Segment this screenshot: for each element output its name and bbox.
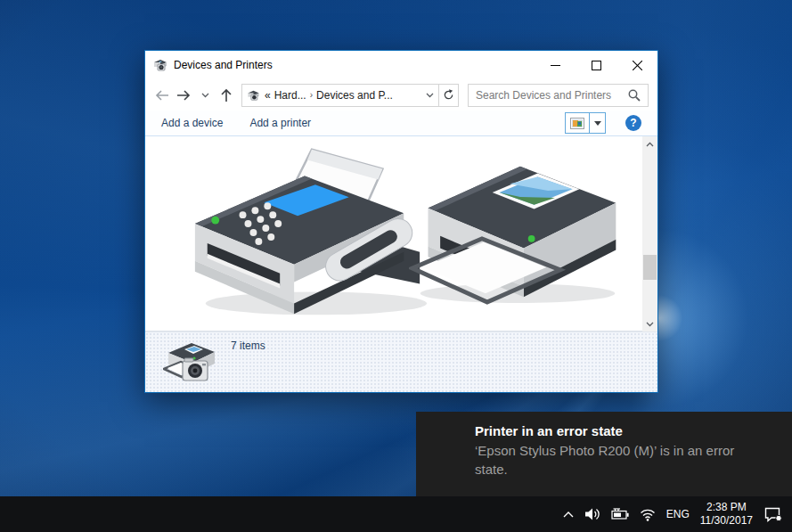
vertical-scrollbar[interactable] <box>642 136 657 331</box>
action-center-button[interactable] <box>763 505 783 523</box>
minimize-button[interactable] <box>535 51 576 79</box>
scrollbar-thumb[interactable] <box>643 255 657 280</box>
breadcrumb-separator-icon: › <box>310 90 313 100</box>
printer-icon <box>409 154 626 307</box>
language-indicator[interactable]: ENG <box>666 508 690 520</box>
device-item-printer[interactable] <box>409 154 626 307</box>
status-bar: 7 items <box>145 331 657 392</box>
breadcrumb: « Hard... › Devices and P... <box>265 89 393 102</box>
up-arrow-icon <box>220 88 233 102</box>
clock[interactable]: 2:38 PM 11/30/2017 <box>700 501 753 528</box>
back-icon <box>155 89 169 102</box>
action-center-icon <box>763 505 783 523</box>
add-a-device-button[interactable]: Add a device <box>161 117 223 129</box>
address-bar[interactable]: « Hard... › Devices and P... <box>241 84 459 107</box>
close-icon <box>633 61 642 70</box>
view-thumbnail-icon <box>570 118 584 129</box>
notification-toast[interactable]: Printer in an error state ‘Epson Stylus … <box>416 412 792 496</box>
recent-locations-button[interactable] <box>195 85 215 106</box>
chevron-down-icon <box>426 93 434 98</box>
wifi-icon <box>640 508 656 521</box>
back-button[interactable] <box>152 85 172 106</box>
change-view-button[interactable] <box>566 113 589 133</box>
chevron-up-icon <box>646 142 654 147</box>
scroll-down-button[interactable] <box>642 316 657 331</box>
items-count-label: 7 items <box>231 340 265 352</box>
clock-time: 2:38 PM <box>700 501 753 514</box>
address-location-icon <box>247 89 260 102</box>
system-tray: ENG 2:38 PM 11/30/2017 <box>563 501 792 528</box>
breadcrumb-overflow-chevrons[interactable]: « <box>265 89 271 102</box>
volume-button[interactable] <box>584 507 600 521</box>
chevron-down-icon <box>646 322 654 327</box>
search-icon[interactable] <box>628 89 641 102</box>
help-button[interactable]: ? <box>625 115 641 131</box>
chevron-down-icon <box>201 93 209 98</box>
app-icon <box>153 58 167 72</box>
minimize-icon <box>551 61 560 70</box>
address-dropdown-button[interactable] <box>420 93 438 98</box>
refresh-icon <box>443 89 454 101</box>
devices-and-printers-window: Devices and Printers <box>144 50 658 393</box>
dropdown-arrow-icon <box>594 121 601 126</box>
breadcrumb-item-hardware[interactable]: Hard... <box>274 89 306 102</box>
add-a-printer-button[interactable]: Add a printer <box>249 117 311 129</box>
device-list-area <box>145 136 657 331</box>
forward-button[interactable] <box>174 85 193 106</box>
search-box[interactable] <box>468 84 649 107</box>
maximize-button[interactable] <box>576 51 616 79</box>
refresh-button[interactable] <box>438 85 458 106</box>
window-title: Devices and Printers <box>174 59 273 71</box>
toast-body: ‘Epson Stylus Photo R200 (M)’ is in an e… <box>475 441 751 479</box>
desktop: Devices and Printers <box>0 0 792 532</box>
change-view-split-button <box>565 112 606 134</box>
command-bar: Add a device Add a printer <box>145 110 657 136</box>
clock-date: 11/30/2017 <box>700 514 753 528</box>
titlebar[interactable]: Devices and Printers <box>145 51 657 79</box>
fax-machine-icon <box>179 143 436 322</box>
up-button[interactable] <box>216 85 236 106</box>
search-input[interactable] <box>476 89 628 102</box>
toast-title: Printer in an error state <box>475 423 776 438</box>
device-item-fax[interactable] <box>179 143 436 322</box>
devices-collection-icon <box>163 337 220 389</box>
chevron-up-icon <box>563 511 574 518</box>
forward-icon <box>176 89 191 102</box>
help-question-mark: ? <box>630 117 636 129</box>
battery-button[interactable] <box>611 508 629 520</box>
breadcrumb-item-devices-printers[interactable]: Devices and P... <box>316 89 393 102</box>
view-options-dropdown-button[interactable] <box>589 113 605 133</box>
maximize-icon <box>592 61 601 70</box>
close-button[interactable] <box>616 51 657 79</box>
navigation-bar: « Hard... › Devices and P... <box>145 79 657 110</box>
taskbar: ENG 2:38 PM 11/30/2017 <box>0 496 792 532</box>
battery-charging-icon <box>611 508 629 520</box>
speaker-icon <box>584 507 600 521</box>
network-button[interactable] <box>640 508 656 521</box>
show-hidden-icons-button[interactable] <box>563 511 574 518</box>
scroll-up-button[interactable] <box>642 136 657 151</box>
